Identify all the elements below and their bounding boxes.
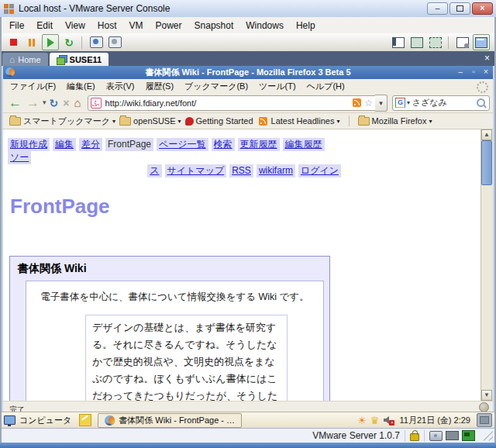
menu-windows[interactable]: Windows: [239, 20, 290, 31]
firefox-minimize-button[interactable]: –: [454, 66, 467, 79]
close-button[interactable]: ×: [472, 2, 493, 15]
fullscreen-button[interactable]: [408, 34, 425, 50]
bookmark-star-icon[interactable]: ☆: [364, 98, 373, 109]
wiki-link-new[interactable]: 新規作成: [8, 138, 50, 151]
taskbar-firefox-task[interactable]: 書体関係 Wiki - FrontPage - …: [98, 413, 242, 428]
cdrom-device-icon[interactable]: [429, 431, 443, 441]
search-go-icon[interactable]: [477, 98, 485, 107]
scrollbar-thumb[interactable]: [481, 140, 492, 185]
firefox-statusbar: 完了: [3, 401, 493, 412]
wiki-inner-box: 電子書体を中心に、書体について情報交換をする Wiki です。 デザインの基礎と…: [26, 281, 324, 401]
wiki-link-edit-history[interactable]: 編集履歴: [283, 138, 325, 151]
ff-menu-bookmarks[interactable]: ブックマーク(B): [179, 81, 253, 92]
resize-grip[interactable]: [483, 431, 493, 441]
bookmark-smart-bookmarks[interactable]: スマートブックマーク ▾: [9, 115, 115, 127]
search-bar[interactable]: G ▾ さざなみ: [392, 95, 490, 111]
bookmark-getting-started[interactable]: Getting Started: [185, 116, 253, 126]
rss-subscribe-icon[interactable]: [353, 98, 361, 107]
wiki-link-sitemap[interactable]: サイトマップ: [165, 164, 227, 177]
desktop-pager-icon[interactable]: [477, 413, 492, 427]
url-text[interactable]: http://wiki.fdiary.net/font/: [105, 98, 352, 108]
url-bar[interactable]: ふ http://wiki.fdiary.net/font/ ☆: [88, 95, 377, 111]
wiki-link-source-part1[interactable]: ソー: [8, 151, 31, 164]
ff-menu-edit[interactable]: 編集(E): [61, 81, 101, 92]
power-off-button[interactable]: [5, 34, 22, 50]
wiki-link-wikifarm[interactable]: wikifarm: [257, 164, 295, 177]
history-chevron-icon[interactable]: ▾: [43, 99, 46, 106]
bookmark-mozilla-firefox[interactable]: Mozilla Firefox ▾: [358, 116, 432, 126]
volume-muted-icon[interactable]: ×: [383, 415, 393, 425]
menu-file[interactable]: File: [3, 20, 30, 31]
forward-button[interactable]: →: [26, 96, 40, 109]
crown-tray-icon[interactable]: ♛: [370, 415, 380, 426]
notes-icon[interactable]: [79, 414, 91, 426]
wiki-link-source-part2[interactable]: ス: [147, 164, 161, 177]
menu-snapshot[interactable]: Snapshot: [188, 20, 240, 31]
ff-menu-history[interactable]: 履歴(S): [140, 81, 179, 92]
stop-button[interactable]: ×: [63, 98, 69, 109]
take-snapshot-button[interactable]: [88, 34, 105, 50]
ff-menu-view[interactable]: 表示(V): [101, 81, 140, 92]
vmware-app-icon: [4, 4, 14, 14]
show-sidebar-button[interactable]: [390, 34, 407, 50]
reset-button[interactable]: ↻: [60, 34, 78, 50]
wiki-link-pagelist[interactable]: ページ一覧: [157, 138, 208, 151]
minimize-button[interactable]: –: [427, 2, 448, 15]
ff-menu-help[interactable]: ヘルプ(H): [301, 81, 350, 92]
tab-suse11[interactable]: SUSE11: [50, 53, 109, 66]
bookmark-label: openSUSE: [133, 116, 175, 126]
reset-icon: ↻: [64, 36, 74, 49]
wiki-link-recent-changes[interactable]: 更新履歴: [238, 138, 280, 151]
console-view-button[interactable]: [454, 34, 471, 50]
taskbar-clock[interactable]: 11月21日 (金) 2:29: [399, 415, 470, 426]
home-button[interactable]: ⌂: [74, 97, 81, 109]
chevron-down-icon: ▾: [336, 118, 339, 125]
bookmark-label: Mozilla Firefox: [372, 116, 427, 126]
suspend-button[interactable]: [23, 34, 40, 50]
wiki-link-diff[interactable]: 差分: [79, 138, 102, 151]
computer-menu-button[interactable]: コンピュータ: [4, 415, 71, 426]
ff-menu-file[interactable]: ファイル(F): [5, 81, 61, 92]
maximize-button[interactable]: [450, 2, 470, 15]
wiki-link-login[interactable]: ログイン: [298, 164, 341, 177]
google-engine-icon[interactable]: G: [395, 98, 405, 108]
menu-view[interactable]: View: [59, 20, 91, 31]
quick-fullscreen-button[interactable]: [427, 34, 444, 50]
device-status-icons: [429, 430, 475, 441]
ff-menu-tools[interactable]: ツール(T): [253, 81, 301, 92]
wiki-link-frontpage[interactable]: FrontPage: [105, 138, 153, 151]
disk-device-icon[interactable]: [446, 431, 459, 440]
url-dropdown-button[interactable]: ▾: [375, 95, 388, 112]
updater-icon[interactable]: ☀: [357, 415, 367, 426]
wiki-link-rss[interactable]: RSS: [229, 164, 253, 177]
firefox-maximize-button[interactable]: ▫: [467, 66, 480, 79]
scroll-down-button[interactable]: ▼: [481, 390, 492, 401]
revert-snapshot-button[interactable]: [106, 34, 123, 50]
menu-help[interactable]: Help: [290, 20, 322, 31]
search-text[interactable]: さざなみ: [412, 97, 477, 109]
power-on-button[interactable]: [42, 34, 59, 50]
engine-chevron-icon[interactable]: ▾: [407, 99, 410, 106]
menu-edit[interactable]: Edit: [30, 20, 59, 31]
console-view-icon: [456, 37, 469, 48]
wiki-link-search[interactable]: 検索: [212, 138, 235, 151]
stop-icon: [10, 39, 17, 46]
scroll-up-button[interactable]: ▲: [481, 129, 492, 140]
vm-taskbar: コンピュータ 書体関係 Wiki - FrontPage - … ☀ ♛ × 1…: [0, 412, 496, 428]
reload-button[interactable]: ↻: [50, 98, 59, 109]
menu-power[interactable]: Power: [150, 20, 188, 31]
back-button[interactable]: ←: [9, 96, 22, 109]
bookmark-latest-headlines[interactable]: Latest Headlines ▾: [257, 116, 340, 126]
quick-switch-button[interactable]: [473, 34, 490, 50]
menu-host[interactable]: Host: [91, 20, 123, 31]
bookmark-opensuse[interactable]: openSUSE ▾: [119, 116, 181, 126]
chevron-down-icon: ▾: [429, 118, 432, 125]
vertical-scrollbar[interactable]: ▲ ▼: [480, 129, 493, 401]
menu-vm[interactable]: VM: [123, 20, 150, 31]
pause-icon: [29, 39, 35, 47]
tab-close-icon[interactable]: ×: [484, 53, 490, 63]
firefox-close-button[interactable]: ×: [480, 66, 492, 79]
tab-home[interactable]: ⌂ Home: [2, 53, 48, 66]
wiki-link-edit[interactable]: 編集: [53, 138, 76, 151]
network-device-icon[interactable]: [462, 430, 475, 441]
